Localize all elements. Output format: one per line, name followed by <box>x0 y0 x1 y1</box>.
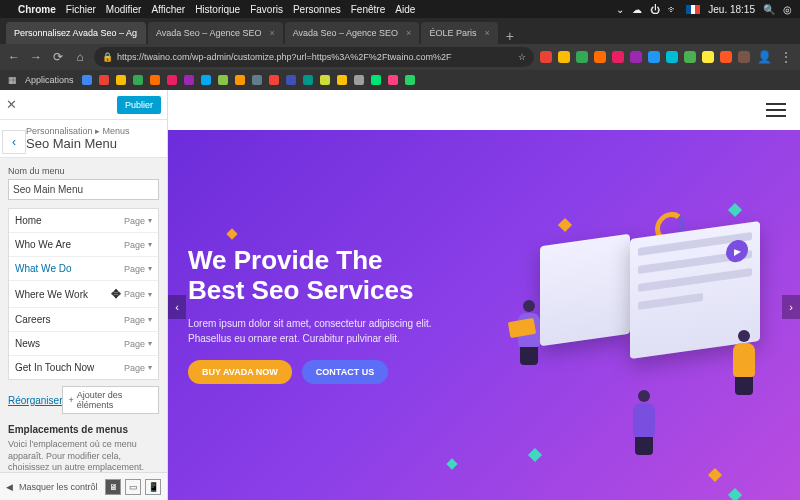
close-icon[interactable]: × <box>406 28 411 38</box>
back-button[interactable]: ← <box>6 50 22 64</box>
extension-icon[interactable] <box>648 51 660 63</box>
menu-item-row[interactable]: NewsPage ▾ <box>9 332 158 356</box>
menu-item[interactable]: Favoris <box>250 4 283 15</box>
bookmark-icon[interactable] <box>99 75 109 85</box>
add-items-button[interactable]: +Ajouter des éléments <box>62 386 159 414</box>
bookmark-icon[interactable] <box>303 75 313 85</box>
bookmark-icon[interactable] <box>286 75 296 85</box>
flag-icon[interactable] <box>686 5 700 14</box>
bookmark-icon[interactable] <box>82 75 92 85</box>
chevron-down-icon[interactable]: ▾ <box>148 290 152 299</box>
menu-name-input[interactable] <box>8 179 159 200</box>
menu-item[interactable]: Historique <box>195 4 240 15</box>
menu-item-row[interactable]: What We DoPage ▾ <box>9 257 158 281</box>
profile-icon[interactable]: 👤 <box>756 50 772 64</box>
menu-item-row[interactable]: HomePage ▾ <box>9 209 158 233</box>
apps-icon[interactable]: ▦ <box>8 75 17 85</box>
menu-item-row[interactable]: Get In Touch NowPage ▾ <box>9 356 158 379</box>
browser-tab[interactable]: Avada Seo – Agence SEO× <box>148 22 283 44</box>
bookmark-icon[interactable] <box>184 75 194 85</box>
extension-icon[interactable] <box>558 51 570 63</box>
app-name[interactable]: Chrome <box>18 4 56 15</box>
hamburger-menu-button[interactable] <box>766 103 786 117</box>
bookmark-icon[interactable] <box>354 75 364 85</box>
menu-item[interactable]: Fenêtre <box>351 4 385 15</box>
home-button[interactable]: ⌂ <box>72 50 88 64</box>
wifi-icon[interactable]: ᯤ <box>668 4 678 15</box>
bookmark-icon[interactable] <box>320 75 330 85</box>
browser-tab[interactable]: Personnalisez Avada Seo – Ag× <box>6 22 146 44</box>
menu-item[interactable]: Fichier <box>66 4 96 15</box>
bookmark-icon[interactable] <box>167 75 177 85</box>
chevron-down-icon[interactable]: ▾ <box>148 315 152 324</box>
bookmark-icon[interactable] <box>371 75 381 85</box>
apps-label[interactable]: Applications <box>25 75 74 85</box>
bookmark-icon[interactable] <box>133 75 143 85</box>
address-bar[interactable]: 🔒 https://twaino.com/wp-admin/customize.… <box>94 47 534 67</box>
hero-section: We Provide TheBest Seo Services Lorem ip… <box>168 130 800 500</box>
clock[interactable]: Jeu. 18:15 <box>708 4 755 15</box>
back-button[interactable]: ‹ <box>2 130 26 154</box>
forward-button[interactable]: → <box>28 50 44 64</box>
device-desktop-button[interactable]: 🖥 <box>105 479 121 495</box>
extension-icon[interactable] <box>576 51 588 63</box>
menu-item-type: Page ▾ <box>124 339 152 349</box>
extension-icon[interactable] <box>540 51 552 63</box>
close-customizer-button[interactable]: ✕ <box>6 97 17 112</box>
hide-controls-label[interactable]: Masquer les contrôl <box>19 482 98 492</box>
browser-tab[interactable]: Avada Seo – Agence SEO× <box>285 22 420 44</box>
close-icon[interactable]: × <box>145 28 146 38</box>
reload-button[interactable]: ⟳ <box>50 50 66 64</box>
chevron-down-icon[interactable]: ▾ <box>148 264 152 273</box>
star-icon[interactable]: ☆ <box>518 52 526 62</box>
bookmark-icon[interactable] <box>150 75 160 85</box>
bookmark-icon[interactable] <box>405 75 415 85</box>
bookmark-icon[interactable] <box>269 75 279 85</box>
device-mobile-button[interactable]: 📱 <box>145 479 161 495</box>
extension-icon[interactable] <box>612 51 624 63</box>
reorganize-link[interactable]: Réorganiser <box>8 395 62 406</box>
menu-item-row[interactable]: Who We ArePage ▾ <box>9 233 158 257</box>
extension-icon[interactable] <box>630 51 642 63</box>
siri-icon[interactable]: ◎ <box>783 4 792 15</box>
bookmark-icon[interactable] <box>252 75 262 85</box>
bookmark-icon[interactable] <box>337 75 347 85</box>
extension-icon[interactable] <box>684 51 696 63</box>
bookmark-icon[interactable] <box>116 75 126 85</box>
extension-icon[interactable] <box>720 51 732 63</box>
menu-item-row[interactable]: Where We Work✥ Page ▾ <box>9 281 158 308</box>
extension-icon[interactable] <box>666 51 678 63</box>
extension-icon[interactable] <box>738 51 750 63</box>
close-icon[interactable]: × <box>269 28 274 38</box>
menu-item-row[interactable]: CareersPage ▾ <box>9 308 158 332</box>
publish-button[interactable]: Publier <box>117 96 161 114</box>
browser-tab[interactable]: ÉOLE Paris× <box>421 22 497 44</box>
menu-item[interactable]: Modifier <box>106 4 142 15</box>
collapse-icon[interactable]: ◀ <box>6 482 13 492</box>
close-icon[interactable]: × <box>484 28 489 38</box>
spotlight-icon[interactable]: 🔍 <box>763 4 775 15</box>
chevron-down-icon[interactable]: ▾ <box>148 216 152 225</box>
chevron-down-icon[interactable]: ▾ <box>148 363 152 372</box>
slider-next-button[interactable]: › <box>782 295 800 319</box>
slider-prev-button[interactable]: ‹ <box>168 295 186 319</box>
bookmark-icon[interactable] <box>388 75 398 85</box>
buy-button[interactable]: BUY AVADA NOW <box>188 360 292 384</box>
chevron-down-icon[interactable]: ▾ <box>148 240 152 249</box>
extension-icon[interactable] <box>702 51 714 63</box>
site-preview: ‹ › We Provide TheBest Seo Services Lore… <box>168 90 800 500</box>
move-icon[interactable]: ✥ <box>111 287 121 301</box>
bookmark-icon[interactable] <box>235 75 245 85</box>
menu-icon[interactable]: ⋮ <box>778 50 794 64</box>
new-tab-button[interactable]: + <box>500 28 520 44</box>
device-tablet-button[interactable]: ▭ <box>125 479 141 495</box>
chevron-down-icon[interactable]: ▾ <box>148 339 152 348</box>
breadcrumb-text: Personnalisation ▸ Menus <box>26 126 159 136</box>
menu-item[interactable]: Afficher <box>151 4 185 15</box>
bookmark-icon[interactable] <box>218 75 228 85</box>
menu-item[interactable]: Aide <box>395 4 415 15</box>
bookmark-icon[interactable] <box>201 75 211 85</box>
menu-item[interactable]: Personnes <box>293 4 341 15</box>
contact-button[interactable]: CONTACT US <box>302 360 388 384</box>
extension-icon[interactable] <box>594 51 606 63</box>
